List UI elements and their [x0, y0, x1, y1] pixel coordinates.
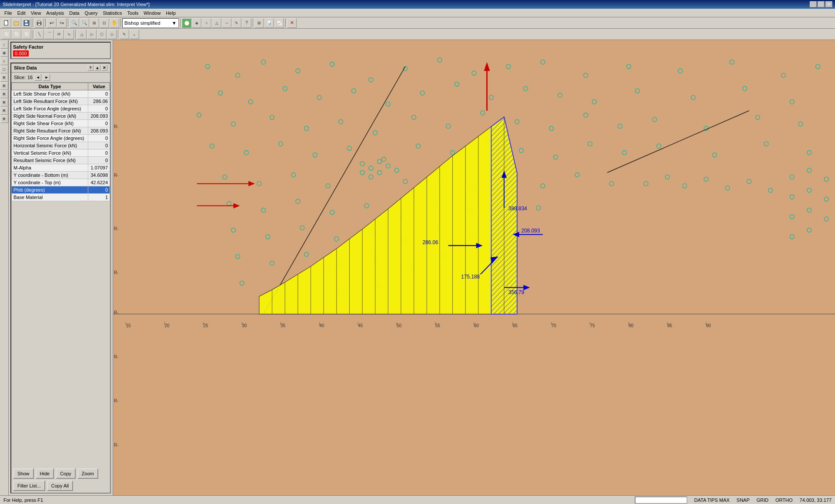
tb2-13[interactable]: ₐ: [130, 30, 139, 39]
tb2-12[interactable]: ✎: [120, 30, 129, 39]
ruler-label-60: 60: [474, 323, 479, 328]
menu-data[interactable]: Data: [67, 10, 82, 17]
main-svg: 388.834 208.093 286.06 175.188 356.79: [113, 40, 835, 495]
copy-all-button[interactable]: Copy All: [47, 481, 73, 491]
stats-icon[interactable]: 📈: [274, 18, 284, 28]
menu-file[interactable]: File: [2, 10, 15, 17]
data-type-cell: Y coordinate - Top (m): [12, 179, 88, 186]
tb2-4[interactable]: ╲: [34, 30, 44, 39]
tb2-6[interactable]: ⟳: [54, 30, 64, 39]
table-row[interactable]: Y coordinate - Bottom (m)34.6098: [12, 172, 110, 179]
menu-query[interactable]: Query: [82, 10, 100, 17]
slice-data-panel: Slice Data ? ▲ ✕ Slice: 16 ◄ ► Data Type: [10, 63, 111, 494]
show-all-icon[interactable]: ◈: [192, 18, 201, 28]
table-row[interactable]: Phib (degrees)0: [12, 186, 110, 194]
redo-icon[interactable]: ↪: [57, 18, 67, 28]
vt-4[interactable]: □: [0, 66, 8, 73]
tb2-5[interactable]: ⌒: [44, 30, 54, 39]
chart-icon[interactable]: 📊: [264, 18, 274, 28]
zoom-window-icon[interactable]: ⊡: [100, 18, 109, 28]
force-label-3: 286.06: [422, 239, 438, 245]
show-button[interactable]: Show: [13, 468, 34, 479]
table-row[interactable]: Left Side Resultant Force (kN)286.06: [12, 98, 110, 105]
vt-7[interactable]: R: [0, 90, 8, 98]
tb2-8[interactable]: △: [77, 30, 87, 39]
col-value: Value: [88, 83, 110, 90]
table-row[interactable]: Y coordinate - Top (m)42.6224: [12, 179, 110, 186]
table-row[interactable]: Left Side Force Angle (degrees)0: [12, 105, 110, 113]
tb2-9[interactable]: ▷: [87, 30, 97, 39]
tb2-7[interactable]: ∿: [64, 30, 74, 39]
filter-list-button[interactable]: Filter List...: [13, 481, 45, 491]
menu-tools[interactable]: Tools: [125, 10, 141, 17]
query-icon[interactable]: ?: [242, 18, 251, 28]
tb2-10[interactable]: ⬡: [97, 30, 107, 39]
table-row[interactable]: Resultant Seismic Force (kN)0: [12, 157, 110, 164]
undo-icon[interactable]: ↩: [47, 18, 57, 28]
vt-8[interactable]: R: [0, 99, 8, 106]
table-row[interactable]: Right Side Force Angle (degrees)0: [12, 135, 110, 142]
ruler-label-90: 90: [706, 323, 711, 328]
slice-next-button[interactable]: ►: [43, 74, 50, 81]
table-row[interactable]: M-Alpha1.07097: [12, 164, 110, 172]
method-dropdown[interactable]: Bishop simplified ▼: [122, 18, 179, 28]
print-icon[interactable]: [34, 18, 44, 28]
vt-arrow[interactable]: ↑: [0, 41, 8, 49]
menu-view[interactable]: View: [28, 10, 44, 17]
y-label-3: R-: [114, 226, 118, 231]
statusbar: For Help, press F1 DATA TIPS MAX SNAP GR…: [0, 495, 835, 504]
vt-snap[interactable]: ⊕: [0, 49, 8, 57]
tb2-3[interactable]: ⬜: [22, 30, 31, 39]
copy-button[interactable]: Copy: [56, 468, 76, 479]
titlebar: SlideInterpret - [Tutorial 20 Generalize…: [0, 0, 835, 9]
data-table-container[interactable]: Data Type Value Left Side Shear Force (k…: [11, 83, 110, 467]
minimize-button[interactable]: _: [810, 1, 817, 7]
titlebar-controls: _ □ ✕: [810, 1, 832, 7]
table-row[interactable]: Right Side Resultant Force (kN)208.093: [12, 127, 110, 135]
close-button[interactable]: ✕: [825, 1, 832, 7]
triangle-icon[interactable]: △: [212, 18, 221, 28]
table-row[interactable]: Horizontal Seismic Force (kN)0: [12, 142, 110, 149]
zoom-in-icon[interactable]: 🔍: [70, 18, 79, 28]
table-row[interactable]: Vertical Seismic Force (kN)0: [12, 149, 110, 157]
menu-window[interactable]: Window: [141, 10, 163, 17]
hide-button[interactable]: Hide: [36, 468, 54, 479]
tb2-2[interactable]: ⬜: [12, 30, 21, 39]
table-row[interactable]: Left Side Shear Force (kN)0: [12, 90, 110, 98]
collapse-button[interactable]: ▲: [94, 65, 100, 71]
filter-icon[interactable]: ⬤: [182, 18, 191, 28]
tb2-11[interactable]: ◇: [107, 30, 117, 39]
menu-analysis[interactable]: Analysis: [43, 10, 67, 17]
tb2-1[interactable]: ⬜: [2, 30, 11, 39]
arrow-icon[interactable]: →: [222, 18, 231, 28]
pan-icon[interactable]: ✋: [110, 18, 119, 28]
zoom-button[interactable]: Zoom: [77, 468, 98, 479]
delete-icon[interactable]: ✕: [287, 18, 297, 28]
zoom-all-icon[interactable]: ⊞: [90, 18, 99, 28]
vt-10[interactable]: R: [0, 115, 8, 123]
menu-edit[interactable]: Edit: [15, 10, 28, 17]
coord-input[interactable]: [635, 497, 687, 504]
circle-icon[interactable]: ○: [202, 18, 211, 28]
vt-3[interactable]: ○: [0, 57, 8, 65]
table-row[interactable]: Right Side Shear Force (kN)0: [12, 120, 110, 127]
value-cell: 0: [88, 120, 110, 127]
maximize-button[interactable]: □: [818, 1, 825, 7]
close-panel-button[interactable]: ✕: [101, 65, 107, 71]
menu-help[interactable]: Help: [163, 10, 178, 17]
menu-statistics[interactable]: Statistics: [100, 10, 125, 17]
table-row[interactable]: Base Material1: [12, 194, 110, 201]
slice-prev-button[interactable]: ◄: [34, 74, 41, 81]
new-icon[interactable]: [2, 18, 11, 28]
edit-icon[interactable]: ✎: [232, 18, 241, 28]
save-icon[interactable]: [22, 18, 31, 28]
table-icon[interactable]: ⊞: [254, 18, 264, 28]
vt-6[interactable]: R: [0, 82, 8, 90]
vt-9[interactable]: R: [0, 107, 8, 115]
open-icon[interactable]: [12, 18, 21, 28]
help-button[interactable]: ?: [87, 65, 94, 71]
canvas-area[interactable]: 388.834 208.093 286.06 175.188 356.79: [113, 40, 835, 495]
table-row[interactable]: Right Side Normal Force (kN)208.093: [12, 113, 110, 120]
vt-5[interactable]: R: [0, 74, 8, 82]
zoom-out-icon[interactable]: 🔍: [80, 18, 89, 28]
